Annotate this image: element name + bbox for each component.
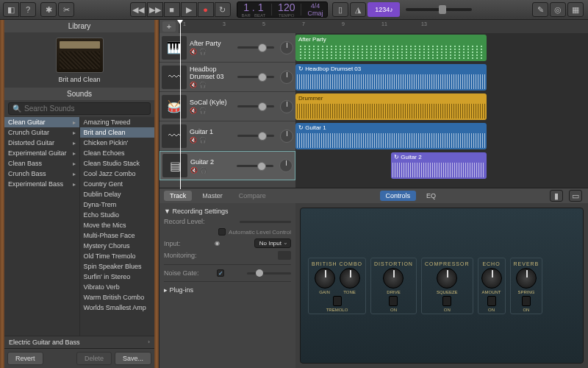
amp-toggle[interactable] [487, 296, 496, 306]
solo-button[interactable]: 🎧 [199, 107, 207, 114]
add-track-button[interactable]: + [162, 21, 176, 32]
timeline-ruler[interactable]: 135791113 [179, 20, 588, 33]
playhead[interactable] [180, 20, 181, 189]
category-row[interactable]: Clean Bass▸ [4, 158, 79, 169]
inspector-button[interactable]: ▮ [550, 190, 563, 202]
mute-button[interactable]: 🔇 [190, 82, 197, 88]
patch-row[interactable]: Echo Studio [80, 210, 155, 220]
tab-eq[interactable]: EQ [420, 191, 442, 201]
category-row[interactable]: Experimental Bass▸ [4, 179, 79, 189]
lcd-tempo[interactable]: 120 [278, 1, 295, 13]
tab-track[interactable]: Track [164, 191, 192, 201]
patch-row[interactable]: Dyna-Trem [80, 199, 155, 210]
patch-row[interactable]: Amazing Tweed [80, 117, 155, 127]
mute-button[interactable]: 🔇 [190, 49, 197, 55]
editors-button[interactable]: ✂ [58, 2, 74, 17]
search-sounds-input[interactable]: 🔍 Search Sounds [8, 102, 151, 115]
loop-browser-button[interactable]: ◎ [550, 2, 566, 17]
patch-row[interactable]: Move the Mics [80, 220, 155, 230]
track-volume-slider[interactable] [237, 76, 274, 78]
solo-button[interactable]: 🎧 [200, 167, 207, 174]
solo-button[interactable]: 🎧 [199, 49, 207, 55]
rewind-button[interactable]: ◀◀ [130, 2, 146, 17]
record-button[interactable]: ● [198, 2, 214, 17]
monitoring-toggle[interactable] [278, 251, 291, 260]
amp-toggle[interactable] [389, 296, 398, 306]
record-level-slider[interactable] [240, 221, 291, 223]
stop-button[interactable]: ■ [164, 2, 180, 17]
patch-row[interactable]: Old Time Tremolo [80, 251, 155, 261]
tab-master[interactable]: Master [196, 191, 229, 201]
amp-toggle[interactable] [442, 296, 451, 306]
lcd-display[interactable]: 1 . 1BAR BEAT 120TEMPO 4/4Cmaj [237, 1, 329, 18]
region[interactable]: Drummer [295, 93, 487, 120]
tab-controls[interactable]: Controls [380, 191, 417, 201]
smart-controls-button[interactable]: ✱ [40, 2, 57, 17]
notepad-button[interactable]: ✎ [532, 2, 548, 17]
media-browser-button[interactable]: ▦ [567, 2, 584, 17]
track-volume-slider[interactable] [237, 46, 274, 49]
solo-button[interactable]: 🎧 [199, 137, 207, 144]
patch-row[interactable]: Cool Jazz Combo [80, 169, 155, 179]
save-button[interactable]: Save... [115, 352, 151, 365]
track-volume-slider[interactable] [237, 135, 274, 137]
track-pan-knob[interactable] [280, 130, 293, 143]
mute-button[interactable]: 🔇 [190, 167, 198, 174]
category-row[interactable]: Crunch Bass▸ [4, 169, 79, 179]
quick-help-button[interactable]: ? [20, 2, 36, 17]
category-row[interactable]: Crunch Guitar▸ [4, 127, 79, 138]
lcd-sig[interactable]: 4/4 [307, 2, 323, 10]
category-row[interactable]: Distorted Guitar▸ [4, 138, 79, 148]
noise-gate-checkbox[interactable]: ✓ [217, 269, 224, 277]
cycle-button[interactable]: ↻ [215, 2, 231, 17]
tuner-button[interactable]: 1234 ♪ [368, 2, 400, 17]
forward-button[interactable]: ▶▶ [147, 2, 163, 17]
amp-knob[interactable] [315, 268, 335, 289]
amp-knob[interactable] [481, 268, 502, 289]
input-channel-icon[interactable]: ◉ [215, 240, 220, 247]
auto-level-checkbox[interactable] [218, 228, 226, 236]
tab-compare[interactable]: Compare [233, 191, 272, 201]
lcd-key[interactable]: Cmaj [307, 10, 323, 17]
mute-button[interactable]: 🔇 [190, 107, 197, 114]
track-pan-knob[interactable] [280, 100, 293, 113]
patch-row[interactable]: Clean Studio Stack [80, 158, 155, 169]
patch-row[interactable]: Warm British Combo [80, 292, 155, 302]
track-pan-knob[interactable] [280, 41, 293, 54]
input-select[interactable]: No Input [254, 238, 291, 248]
patch-row[interactable]: Multi-Phase Face [80, 230, 155, 241]
play-button[interactable]: ▶ [181, 2, 197, 17]
plugins-title[interactable]: ▸ Plug-ins [164, 286, 291, 294]
master-volume-slider[interactable] [406, 8, 472, 11]
patch-row[interactable]: Worlds Smallest Amp [80, 302, 155, 313]
library-category-selector[interactable]: Electric Guitar and Bass › [4, 336, 154, 348]
patch-row[interactable]: Chicken Pickin' [80, 138, 155, 148]
track-pan-knob[interactable] [279, 159, 293, 172]
region[interactable]: ↻ Guitar 2 [391, 152, 487, 179]
amp-knob[interactable] [516, 268, 537, 289]
amp-knob[interactable] [340, 268, 360, 289]
patch-row[interactable]: Spin Speaker Blues [80, 261, 155, 272]
patch-row[interactable]: Brit and Clean [80, 127, 155, 138]
region[interactable]: ↻ Guitar 1 [295, 123, 487, 149]
metronome-button[interactable]: ◮ [350, 2, 366, 17]
patch-row[interactable]: Dublin Delay [80, 189, 155, 199]
patch-row[interactable]: Country Gent [80, 179, 155, 189]
patch-row[interactable]: Clean Echoes [80, 148, 155, 158]
arrange-area[interactable]: After Party↻ Headbop Drumset 03Drummer↻ … [295, 33, 588, 188]
delete-button[interactable]: Delete [76, 352, 112, 365]
noise-gate-slider[interactable] [247, 272, 291, 275]
category-column[interactable]: Clean Guitar▸Crunch Guitar▸Distorted Gui… [4, 117, 79, 336]
patch-row[interactable]: Mystery Chorus [80, 241, 155, 251]
category-row[interactable]: Clean Guitar▸ [4, 117, 79, 127]
category-row[interactable]: Experimental Guitar▸ [4, 148, 79, 158]
region[interactable]: After Party [295, 35, 487, 61]
arrow-button[interactable]: ▭ [569, 190, 582, 202]
amp-toggle[interactable] [333, 296, 342, 306]
amp-knob[interactable] [383, 268, 404, 289]
amp-toggle[interactable] [522, 296, 531, 306]
patch-row[interactable]: Vibrato Verb [80, 282, 155, 292]
patch-row[interactable]: Surfin' in Stereo [80, 272, 155, 282]
revert-button[interactable]: Revert [7, 352, 43, 365]
library-toggle-button[interactable]: ◧ [3, 2, 19, 17]
